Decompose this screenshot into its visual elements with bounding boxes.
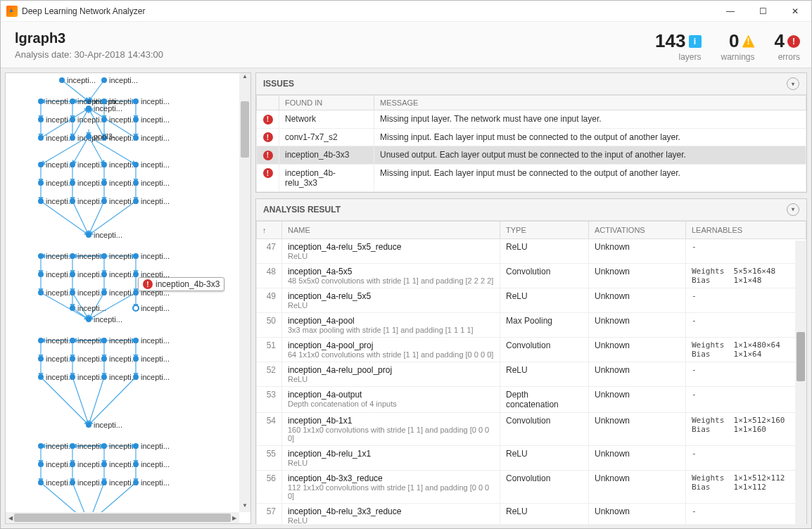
issue-row[interactable]: ! Network Missing input layer. The netwo… <box>257 110 806 129</box>
issue-row[interactable]: ! inception_4b-relu_3x3 Missing input. E… <box>257 164 806 191</box>
result-vertical-scrollbar[interactable] <box>795 241 806 525</box>
graph-node[interactable] <box>101 253 107 259</box>
maximize-button[interactable]: ☐ <box>747 1 779 22</box>
graph-node[interactable] <box>70 305 75 311</box>
graph-node[interactable] <box>101 443 107 449</box>
graph-node[interactable] <box>70 480 75 485</box>
graph-node[interactable] <box>70 162 75 167</box>
issue-row[interactable]: ! inception_4b-3x3 Unused output. Each l… <box>257 146 806 165</box>
collapse-button[interactable]: ▾ <box>787 203 799 216</box>
graph-node[interactable] <box>101 198 107 204</box>
collapse-button[interactable]: ▾ <box>787 77 799 90</box>
issues-col-message[interactable]: MESSAGE <box>374 96 806 110</box>
graph-node[interactable] <box>133 180 139 186</box>
graph-node[interactable] <box>38 180 44 186</box>
graph-node[interactable] <box>133 272 139 277</box>
graph-node[interactable] <box>133 253 139 259</box>
graph-node[interactable] <box>70 461 75 467</box>
graph-node[interactable] <box>101 77 107 83</box>
graph-node[interactable] <box>133 198 139 204</box>
result-row[interactable]: 53 inception_4a-outputDepth concatenatio… <box>257 386 806 412</box>
graph-node[interactable] <box>133 305 139 311</box>
graph-node[interactable] <box>101 162 107 167</box>
graph-node[interactable] <box>133 461 139 467</box>
graph-node[interactable] <box>38 135 44 141</box>
graph-node[interactable] <box>133 374 139 380</box>
graph-node[interactable] <box>86 106 91 111</box>
graph-node[interactable] <box>38 443 44 449</box>
graph-node[interactable] <box>38 117 44 122</box>
result-row[interactable]: 54 inception_4b-1x1160 1x1x0 convolution… <box>257 412 806 445</box>
issues-col-foundin[interactable]: FOUND IN <box>279 96 374 110</box>
graph-node[interactable] <box>101 338 107 343</box>
graph-node[interactable] <box>38 290 44 295</box>
graph-node[interactable] <box>70 356 75 362</box>
graph-node[interactable] <box>38 162 44 167</box>
graph-node[interactable] <box>133 117 139 122</box>
issue-row[interactable]: ! conv1-7x7_s2 Missing input. Each layer… <box>257 128 806 146</box>
graph-node[interactable] <box>70 198 75 204</box>
graph-node[interactable] <box>86 232 91 238</box>
graph-node[interactable] <box>70 338 75 343</box>
graph-node[interactable] <box>133 98 139 104</box>
result-row[interactable]: 52 inception_4a-relu_pool_projReLU ReLU … <box>257 362 806 386</box>
result-row[interactable]: 57 inception_4b-relu_3x3_reduceReLU ReLU… <box>257 503 806 524</box>
result-row[interactable]: 47 inception_4a-relu_5x5_reduceReLU ReLU… <box>257 238 806 263</box>
graph-node[interactable] <box>101 180 107 186</box>
result-col-name[interactable]: NAME <box>282 221 500 238</box>
result-col-learnables[interactable]: LEARNABLES <box>686 221 806 238</box>
graph-vertical-scrollbar[interactable]: ▲ ▼ <box>239 73 250 512</box>
graph-node[interactable] <box>133 338 139 343</box>
graph-node[interactable] <box>70 253 75 259</box>
scrollbar-thumb[interactable] <box>241 101 249 158</box>
network-graph-svg[interactable]: incepti...incepti...incepti...incepti...… <box>6 73 241 523</box>
result-row[interactable]: 56 inception_4b-3x3_reduce112 1x1x0 conv… <box>257 470 806 503</box>
graph-node[interactable] <box>86 317 91 322</box>
scrollbar-thumb[interactable] <box>14 514 231 522</box>
scrollbar-thumb[interactable] <box>797 332 805 381</box>
graph-node[interactable] <box>133 290 139 295</box>
graph-node[interactable] <box>38 272 44 277</box>
graph-node[interactable] <box>101 290 107 295</box>
graph-node[interactable] <box>59 77 65 83</box>
graph-node[interactable] <box>101 98 107 104</box>
graph-node[interactable] <box>70 135 75 141</box>
graph-node[interactable] <box>133 162 139 167</box>
graph-node[interactable] <box>70 443 75 449</box>
graph-node[interactable] <box>133 135 139 141</box>
graph-node[interactable] <box>86 134 91 139</box>
graph-horizontal-scrollbar[interactable]: ◀ ▶ <box>6 512 239 523</box>
graph-node[interactable] <box>101 272 107 277</box>
graph-node[interactable] <box>38 461 44 467</box>
graph-node[interactable] <box>101 117 107 122</box>
graph-node[interactable] <box>70 290 75 295</box>
graph-node[interactable] <box>101 374 107 380</box>
graph-node[interactable] <box>70 272 75 277</box>
graph-node[interactable] <box>38 480 44 485</box>
result-col-activations[interactable]: ACTIVATIONS <box>589 221 686 238</box>
graph-node[interactable] <box>70 374 75 380</box>
graph-selected-callout[interactable]: ! inception_4b-3x3 <box>138 277 224 291</box>
network-graph-pane[interactable]: incepti...incepti...incepti...incepti...… <box>5 72 251 524</box>
graph-node[interactable] <box>70 117 75 122</box>
result-row[interactable]: 55 inception_4b-relu_1x1ReLU ReLU Unknow… <box>257 445 806 470</box>
graph-node[interactable] <box>38 98 44 104</box>
close-button[interactable]: ✕ <box>779 1 811 22</box>
result-row[interactable]: 48 inception_4a-5x548 5x5x0 convolutions… <box>257 263 806 288</box>
graph-node[interactable] <box>86 422 91 428</box>
minimize-button[interactable]: — <box>714 1 747 22</box>
graph-node[interactable] <box>101 461 107 467</box>
graph-node[interactable] <box>38 356 44 362</box>
graph-node[interactable] <box>38 198 44 204</box>
result-row[interactable]: 50 inception_4a-pool3x3 max pooling with… <box>257 312 806 337</box>
graph-node[interactable] <box>38 338 44 343</box>
graph-node[interactable] <box>70 98 75 104</box>
graph-node[interactable] <box>38 374 44 380</box>
graph-node[interactable] <box>38 253 44 259</box>
graph-node[interactable] <box>70 180 75 186</box>
result-col-type[interactable]: TYPE <box>500 221 589 238</box>
result-row[interactable]: 49 inception_4a-relu_5x5ReLU ReLU Unknow… <box>257 288 806 312</box>
result-col-idx[interactable]: ↑ <box>257 221 282 238</box>
graph-node[interactable] <box>101 356 107 362</box>
graph-node[interactable] <box>133 480 139 485</box>
